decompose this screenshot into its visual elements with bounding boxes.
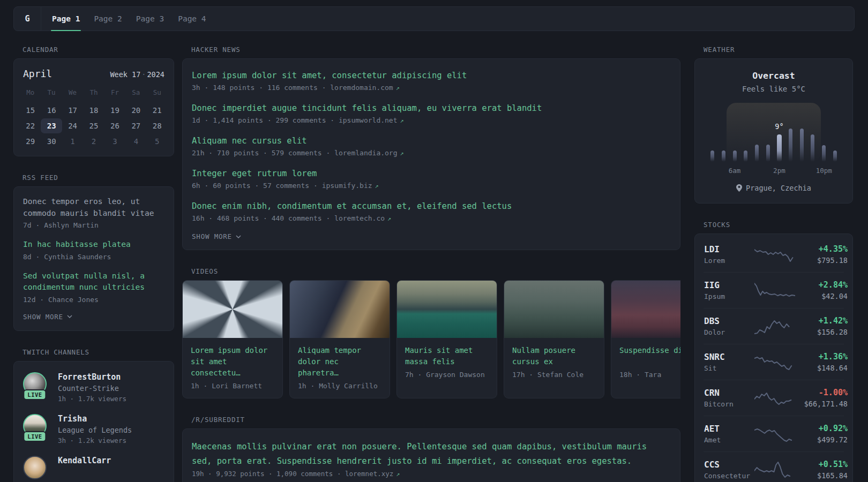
video-thumbnail[interactable] <box>290 281 390 338</box>
twitch-section-label: TWITCH CHANNELS <box>23 348 174 356</box>
stock-ticker[interactable]: CCS <box>704 460 754 470</box>
stock-ticker[interactable]: CRN <box>704 388 754 398</box>
stock-ticker[interactable]: DBS <box>704 316 754 326</box>
stock-info: IIG Ipsum <box>704 280 754 300</box>
hn-item-title[interactable]: Aliquam nec cursus elit <box>192 135 671 147</box>
stock-ticker[interactable]: SNRC <box>704 352 754 362</box>
hn-item-domain[interactable]: ipsumify.biz <box>322 182 372 190</box>
stocks-section-label: STOCKS <box>704 221 853 229</box>
hn-item-meta: 1d · 1,414 points · 299 comments · ipsum… <box>192 116 671 124</box>
video-thumbnail[interactable] <box>183 281 282 338</box>
video-thumbnail[interactable] <box>397 281 497 338</box>
stock-row: LDI Lorem +4.35% $795.18 <box>704 237 844 272</box>
video-meta: 1h · Molly Carrillo <box>298 382 381 390</box>
hn-item: Integer eget rutrum lorem 6h · 60 points… <box>192 168 671 190</box>
stock-price: $66,171.48 <box>795 400 848 408</box>
rss-item-meta: 7d · Ashlyn Martin <box>23 221 165 229</box>
nav-tab[interactable]: Page 3 <box>129 7 171 31</box>
twitch-section: TWITCH CHANNELS LIVE ForrestBurton Count… <box>13 348 174 482</box>
calendar-section-label: CALENDAR <box>23 46 174 54</box>
stock-price: $156.28 <box>795 328 848 336</box>
rss-show-more-button[interactable]: SHOW MORE <box>23 313 72 321</box>
video-body: Suspendisse diam 18h · Tara <box>611 338 680 387</box>
video-thumbnail[interactable] <box>504 281 604 338</box>
video-card: Nullam posuere cursus ex 17h · Stefan Co… <box>504 280 604 398</box>
twitch-avatar[interactable]: LIVE <box>23 372 49 396</box>
twitch-channel-name[interactable]: KendallCarr <box>58 456 111 465</box>
hn-item-title[interactable]: Donec imperdiet augue tincidunt felis al… <box>192 102 671 115</box>
videos-row: Lorem ipsum dolor sit amet consectetu… 1… <box>182 280 680 398</box>
calendar-day: 18 <box>83 103 104 118</box>
hacker-news-card: Lorem ipsum dolor sit amet, consectetur … <box>182 58 680 250</box>
subreddit-post-title[interactable]: Maecenas mollis pulvinar erat non posuer… <box>192 440 671 469</box>
hn-show-more-button[interactable]: SHOW MORE <box>192 232 241 240</box>
calendar-day: 15 <box>20 103 41 118</box>
weather-chart: 9° <box>707 109 841 162</box>
stock-values: +4.35% $795.18 <box>795 244 848 265</box>
weather-card: Overcast Feels like 5°C 9° 6am2pm10pm <box>694 58 853 204</box>
hn-item-stats: 21h · 710 points · 579 comments · <box>192 149 334 157</box>
calendar-day: 23 <box>41 118 62 133</box>
calendar-week-number: Week 17 <box>110 70 140 79</box>
weather-bar-slot <box>774 134 785 162</box>
video-title[interactable]: Mauris sit amet massa felis <box>405 345 489 367</box>
calendar-card: April Week 17·2024 MoTuWeThFrSaSu1516171… <box>13 58 174 156</box>
rss-item-meta: 8d · Cynthia Saunders <box>23 253 165 261</box>
hn-item-domain[interactable]: loremlandia.org <box>334 149 397 157</box>
weather-bar <box>789 129 792 162</box>
video-body: Mauris sit amet massa felis 7h · Grayson… <box>397 338 497 387</box>
video-title[interactable]: Nullam posuere cursus ex <box>512 345 596 367</box>
hn-item-domain[interactable]: ipsumworld.net <box>339 116 398 124</box>
stock-ticker[interactable]: AET <box>704 424 754 434</box>
video-thumbnail[interactable] <box>611 281 680 338</box>
stock-values: +2.84% $42.04 <box>795 280 848 300</box>
nav-tab[interactable]: Page 4 <box>171 7 213 31</box>
weather-condition: Overcast <box>705 71 843 81</box>
stock-ticker[interactable]: LDI <box>704 244 754 254</box>
stock-name: Sit <box>704 364 754 372</box>
twitch-channel-name[interactable]: Trisha <box>58 414 132 424</box>
twitch-channel-meta: 3h · 1.2k viewers <box>58 436 132 445</box>
twitch-channel-info: Trisha League of Legends 3h · 1.2k viewe… <box>58 414 132 445</box>
nav-tab-label: Page 4 <box>178 14 206 23</box>
calendar-day: 28 <box>147 118 168 133</box>
hn-item-title[interactable]: Integer eget rutrum lorem <box>192 168 671 180</box>
hn-item-domain[interactable]: loremdomain.com <box>330 84 393 92</box>
stock-ticker[interactable]: IIG <box>704 280 754 290</box>
app-logo[interactable]: G <box>14 7 41 31</box>
subreddit-post-domain[interactable]: loremnet.xyz <box>345 470 393 478</box>
weather-location-row: Prague, Czechia <box>705 184 843 192</box>
stock-row: DBS Dolor +1.42% $156.28 <box>704 308 844 344</box>
hn-item-title[interactable]: Donec enim nibh, condimentum et accumsan… <box>192 200 671 213</box>
video-meta: 1h · Lori Barnett <box>191 382 274 390</box>
twitch-channel-name[interactable]: ForrestBurton <box>58 372 126 382</box>
chevron-down-icon <box>236 235 241 238</box>
external-link-icon: ↗ <box>398 149 404 157</box>
stock-price: $795.18 <box>795 256 848 265</box>
subreddit-card: Maecenas mollis pulvinar erat non posuer… <box>182 428 680 482</box>
twitch-avatar[interactable] <box>23 456 49 479</box>
hn-item-domain[interactable]: loremtech.co <box>334 214 385 222</box>
nav-tab[interactable]: Page 2 <box>87 7 129 31</box>
video-title[interactable]: Aliquam tempor dolor nec pharetra… <box>298 345 381 379</box>
twitch-list: LIVE ForrestBurton Counter-Strike 1h · 1… <box>23 372 165 479</box>
rss-item-title[interactable]: In hac habitasse platea <box>23 239 165 251</box>
hn-item-title[interactable]: Lorem ipsum dolor sit amet, consectetur … <box>192 70 671 82</box>
chevron-down-icon <box>67 315 72 318</box>
video-title[interactable]: Lorem ipsum dolor sit amet consectetu… <box>191 345 274 379</box>
stock-change: +0.92% <box>795 424 848 433</box>
stock-change: +0.51% <box>795 460 848 469</box>
calendar-day: 17 <box>62 103 83 118</box>
stock-sparkline <box>754 425 795 443</box>
stock-info: LDI Lorem <box>704 244 754 265</box>
video-title[interactable]: Suspendisse diam <box>619 345 680 367</box>
twitch-avatar[interactable]: LIVE <box>23 414 49 438</box>
rss-item-title[interactable]: Sed volutpat nulla nisl, a condimentum n… <box>23 270 165 293</box>
stock-change: +1.42% <box>795 316 848 326</box>
twitch-channel-info: KendallCarr <box>58 456 111 468</box>
calendar-day: 29 <box>20 134 41 149</box>
top-nav: G Page 1 Page 2 Page 3 Page 4 <box>13 6 855 31</box>
nav-tab[interactable]: Page 1 <box>45 7 87 31</box>
rss-item-title[interactable]: Donec tempor eros leo, ut commodo mauris… <box>23 196 165 219</box>
hn-item: Donec enim nibh, condimentum et accumsan… <box>192 200 671 222</box>
